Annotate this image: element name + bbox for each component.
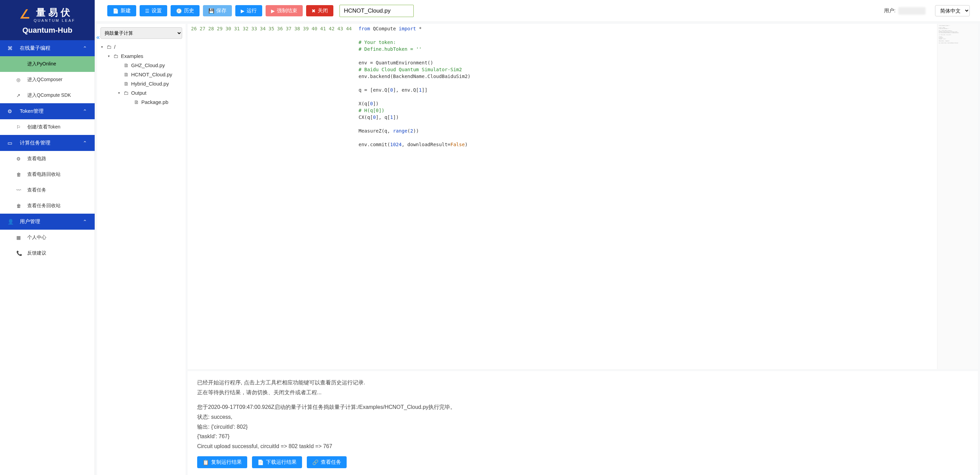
nav: ⌘在线量子编程⌃进入PyOnline◎进入QComposer↗进入QComput… [0, 40, 95, 475]
nav-item-label: 查看任务 [27, 187, 46, 193]
logo-text-cn: 量易伏 [34, 6, 75, 19]
nav-item-label: 进入PyOnline [27, 61, 56, 67]
link-icon: 🔗 [312, 459, 319, 465]
language-select[interactable]: 简体中文 [935, 5, 970, 16]
download-icon: 📄 [258, 459, 264, 465]
output-line: 已经开始运行程序, 点击上方工具栏相应功能键可以查看历史运行记录. [197, 378, 969, 388]
file-icon: 📄 [113, 8, 118, 14]
download-result-button[interactable]: 📄下载运行结果 [252, 456, 302, 468]
tree-label: Package.pb [141, 99, 168, 105]
nav-item[interactable]: ◎进入QComposer [0, 72, 95, 88]
output-line: 状态: success, [197, 412, 969, 422]
logo-hub: Quantum-Hub [7, 26, 88, 35]
tree-folder[interactable]: ▾🗀Output [100, 88, 182, 97]
minimap[interactable]: from QCompute import * # Your token: # D… [937, 24, 978, 369]
close-button[interactable]: ✖关闭 [306, 5, 333, 16]
nav-item[interactable]: ▦个人中心 [0, 230, 95, 245]
nav-item[interactable]: 进入PyOnline [0, 56, 95, 72]
nav-group-header[interactable]: 👤用户管理⌃ [0, 214, 95, 230]
line-gutter: 26 27 28 29 30 31 32 33 34 35 36 37 38 3… [188, 24, 356, 369]
history-icon: 🕘 [176, 8, 182, 14]
sidebar: ∠ 量易伏 QUANTUM LEAF Quantum-Hub ⌘在线量子编程⌃进… [0, 0, 95, 475]
group-icon: ⚙ [8, 108, 15, 115]
nav-item-label: 查看电路回收站 [27, 171, 60, 177]
list-icon: ☰ [145, 8, 150, 14]
folder-icon: 🗀 [124, 90, 129, 96]
output-line: {'taskId': 767} [197, 432, 969, 442]
collapse-sidebar-icon[interactable]: « [95, 32, 101, 42]
nav-item-icon: ▦ [16, 235, 22, 240]
nav-item-label: 个人中心 [27, 234, 46, 241]
nav-item-icon: ◎ [16, 77, 22, 83]
logo-text-en: QUANTUM LEAF [34, 18, 75, 22]
nav-group-title: Token管理 [20, 108, 44, 115]
tree-label: Examples [121, 53, 143, 59]
chevron-up-icon: ⌃ [83, 45, 87, 51]
tree-label: HCNOT_Cloud.py [131, 72, 172, 77]
tree-file[interactable]: 🗎Hybrid_Cloud.py [100, 79, 182, 88]
user-area: 用户: [884, 7, 926, 14]
play-icon: ▶ [241, 8, 245, 14]
file-icon: 🗎 [124, 72, 129, 77]
tree-file[interactable]: 🗎GHZ_Cloud.py [100, 61, 182, 70]
tree-file[interactable]: 🗎Package.pb [100, 97, 182, 107]
tree-label: Output [131, 90, 146, 96]
play-icon: ▶ [271, 8, 275, 14]
group-icon: 👤 [8, 219, 15, 225]
nav-item[interactable]: ↗进入QCompute SDK [0, 88, 95, 103]
run-button[interactable]: ▶运行 [235, 5, 262, 16]
tree-file[interactable]: 🗎HCNOT_Cloud.py [100, 70, 182, 79]
chevron-up-icon: ⌃ [83, 108, 87, 115]
code-editor[interactable]: 26 27 28 29 30 31 32 33 34 35 36 37 38 3… [188, 24, 978, 369]
nav-item-label: 创建/查看Token [27, 124, 60, 130]
nav-item-label: 查看任务回收站 [27, 203, 60, 209]
tree-folder[interactable]: ▾🗀/ [100, 42, 182, 51]
copy-result-button[interactable]: 📋复制运行结果 [197, 456, 247, 468]
logo-mark-icon: ∠ [19, 7, 30, 21]
close-icon: ✖ [312, 8, 316, 14]
nav-group-header[interactable]: ⚙Token管理⌃ [0, 103, 95, 119]
nav-group-title: 用户管理 [20, 218, 40, 225]
nav-item-icon: 🗑 [16, 172, 22, 177]
nav-item[interactable]: ⚙查看电路 [0, 151, 95, 167]
folder-icon: 🗀 [107, 44, 112, 50]
nav-item-label: 进入QCompute SDK [27, 92, 71, 99]
nav-item-label: 进入QComposer [27, 77, 62, 83]
nav-group-title: 计算任务管理 [20, 140, 50, 146]
file-icon: 🗎 [134, 99, 139, 105]
tree-label: Hybrid_Cloud.py [131, 81, 169, 86]
chevron-down-icon: ▾ [118, 91, 122, 95]
nav-item-label: 反馈建议 [27, 250, 46, 256]
save-button[interactable]: 💾保存 [203, 5, 232, 16]
history-button[interactable]: 🕘历史 [170, 5, 200, 16]
nav-group-title: 在线量子编程 [20, 45, 50, 51]
nav-item-icon: ⚙ [16, 156, 22, 161]
filename-input[interactable] [339, 5, 414, 17]
tree-label: / [114, 44, 115, 50]
project-select[interactable]: 捣鼓量子计算 [100, 27, 182, 39]
nav-item[interactable]: 🗑查看电路回收站 [0, 167, 95, 182]
nav-item[interactable]: 🗑查看任务回收站 [0, 198, 95, 214]
nav-item[interactable]: 📞反馈建议 [0, 245, 95, 261]
view-task-button[interactable]: 🔗查看任务 [307, 456, 347, 468]
settings-button[interactable]: ☰设置 [140, 5, 167, 16]
nav-group-header[interactable]: ⌘在线量子编程⌃ [0, 40, 95, 56]
output-line: 正在等待执行结果，请勿切换、关闭文件或者工程... [197, 388, 969, 398]
code-area[interactable]: from QCompute import * # Your token: # D… [356, 24, 937, 369]
nav-item[interactable]: ⚐创建/查看Token [0, 119, 95, 135]
nav-item-label: 查看电路 [27, 156, 46, 162]
folder-icon: 🗀 [113, 53, 119, 59]
output-panel: 已经开始运行程序, 点击上方工具栏相应功能键可以查看历史运行记录. 正在等待执行… [188, 369, 978, 475]
file-icon: 🗎 [124, 81, 129, 86]
chevron-down-icon: ▾ [101, 45, 105, 49]
force-stop-button[interactable]: ▶强制结束 [266, 5, 303, 16]
file-icon: 🗎 [124, 62, 129, 68]
output-line: 您于2020-09-17T09:47:00.926Z启动的量子计算任务捣鼓量子计… [197, 402, 969, 412]
user-label: 用户: [884, 8, 896, 14]
new-button[interactable]: 📄新建 [107, 5, 136, 16]
tree-folder[interactable]: ▾🗀Examples [100, 51, 182, 61]
nav-group-header[interactable]: ▭计算任务管理⌃ [0, 135, 95, 151]
file-explorer: 捣鼓量子计算 ▾🗀/▾🗀Examples🗎GHZ_Cloud.py🗎HCNOT_… [97, 24, 186, 475]
nav-item[interactable]: 〰查看任务 [0, 182, 95, 198]
chevron-up-icon: ⌃ [83, 140, 87, 146]
